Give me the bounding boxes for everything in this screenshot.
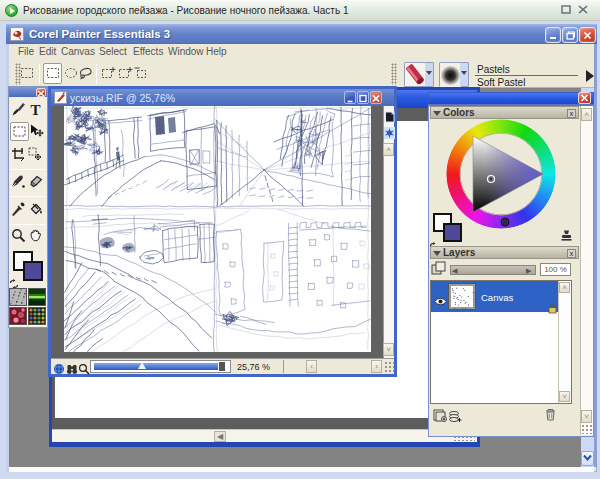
svg-text:T: T bbox=[30, 102, 40, 117]
